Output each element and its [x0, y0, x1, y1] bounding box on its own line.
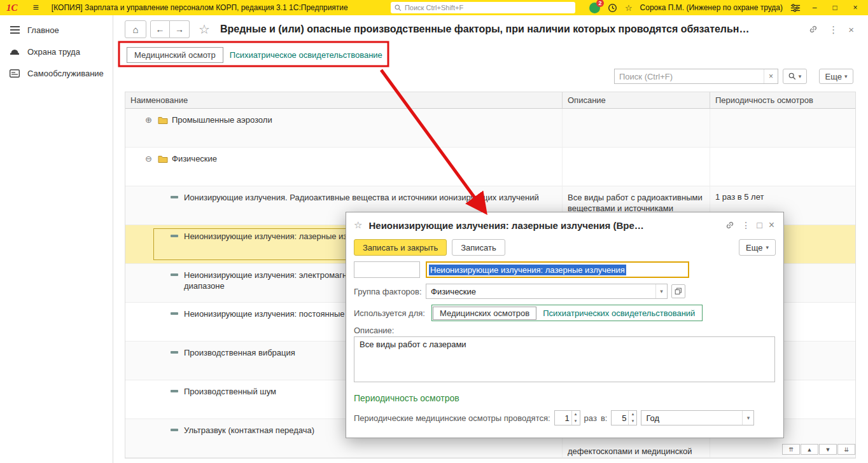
view-switch: Медицинский осмотр Психиатрическое освид… — [127, 46, 382, 63]
name-field-selected-text: Неионизирующие излучения: лазерные излуч… — [429, 265, 626, 275]
settings-sliders-icon[interactable] — [790, 4, 801, 12]
column-header-name[interactable]: Наименование — [125, 92, 563, 108]
page-title: Вредные и (или) опасные производственные… — [220, 24, 750, 35]
form-close-icon[interactable]: × — [848, 25, 854, 34]
search-icon — [395, 4, 402, 11]
spin-up-icon[interactable]: ▴ — [572, 411, 580, 418]
spin-up-icon[interactable]: ▴ — [629, 411, 636, 418]
form-header-icons: ⋮ × — [808, 24, 854, 34]
column-header-periodicity[interactable]: Периодичность осмотров — [710, 92, 855, 108]
window-minimize-button[interactable]: – — [808, 3, 821, 12]
factor-edit-dialog: ☆ Неионизирующие излучения: лазерные изл… — [346, 212, 784, 438]
window-maximize-button[interactable]: □ — [829, 3, 841, 12]
option-medical-examinations[interactable]: Медицинских осмотров — [433, 307, 536, 320]
periodicity-label: Периодические медицинские осмотры провод… — [354, 413, 550, 423]
app-title: [КОПИЯ] Зарплата и управление персоналом… — [52, 3, 348, 12]
used-for-label: Используется для: — [354, 308, 431, 318]
row-label: Неионизирующие излучения: электромагн ди… — [184, 270, 347, 291]
more-vertical-icon[interactable]: ⋮ — [741, 221, 750, 230]
window-close-button[interactable]: × — [849, 3, 862, 12]
link-icon[interactable] — [725, 220, 735, 230]
current-user[interactable]: Сорока П.М. (Инженер по охране труда) — [640, 3, 783, 12]
expand-icon[interactable]: ⊕ — [145, 116, 154, 124]
global-search-input[interactable]: Поиск Ctrl+Shift+F — [391, 2, 575, 13]
chevron-down-icon[interactable]: ▾ — [742, 411, 753, 425]
save-and-close-button[interactable]: Записать и закрыть — [354, 239, 447, 256]
chevron-down-icon[interactable]: ▾ — [655, 284, 667, 298]
row-label: Ионизирующие излучения. Радиоактивные ве… — [184, 192, 539, 203]
notification-badge: 2 — [596, 0, 604, 7]
titlebar: 1С ≡ [КОПИЯ] Зарплата и управление персо… — [0, 0, 868, 15]
item-icon — [171, 273, 178, 276]
more-actions-button[interactable]: Еще ▾ — [819, 69, 853, 84]
sidebar-item-self-service[interactable]: Самообслуживание — [0, 62, 113, 84]
scroll-down-button[interactable]: ▼ — [819, 444, 837, 455]
interval-unit-value: Год — [641, 413, 742, 423]
group-combobox[interactable]: Физические ▾ — [426, 284, 668, 299]
group-label: Группа факторов: — [354, 287, 426, 296]
sidebar-item-main[interactable]: Главное — [0, 19, 113, 41]
hardhat-icon — [9, 48, 20, 56]
table-row[interactable]: ⊖ Физические — [125, 148, 855, 186]
tab-medical-examination[interactable]: Медицинский осмотр — [127, 47, 223, 63]
global-search-placeholder: Поиск Ctrl+Shift+F — [405, 4, 463, 11]
interval-unit-combobox[interactable]: Год ▾ — [641, 410, 754, 425]
open-group-button[interactable] — [671, 284, 685, 298]
interval-stepper[interactable]: 5 ▴ ▾ — [611, 410, 637, 425]
dialog-more-button[interactable]: Еще ▾ — [739, 239, 776, 256]
discussions-icon[interactable]: 2 — [589, 3, 600, 13]
option-psychiatric-examinations[interactable]: Психиатрических освидетельствований — [536, 307, 701, 319]
description-textarea[interactable]: Все виды работ с лазерами — [354, 336, 775, 382]
spin-down-icon[interactable]: ▾ — [572, 418, 580, 425]
save-button[interactable]: Записать — [452, 239, 505, 256]
row-description — [563, 148, 710, 186]
folder-icon — [158, 155, 168, 163]
count-unit-label: раз — [584, 413, 597, 423]
main-menu-icon[interactable]: ≡ — [33, 2, 39, 13]
dialog-title: Неионизирующие излучения: лазерные излуч… — [368, 220, 718, 231]
1c-logo: 1С — [6, 3, 18, 13]
more-vertical-icon[interactable]: ⋮ — [829, 25, 838, 34]
back-button[interactable]: ← — [150, 20, 170, 38]
history-icon[interactable] — [608, 3, 617, 13]
favorite-star-icon[interactable]: ☆ — [354, 219, 362, 231]
spin-down-icon[interactable]: ▾ — [629, 418, 636, 425]
list-toolbar: Поиск (Ctrl+F) × ▾ Еще ▾ — [614, 69, 853, 84]
used-for-switch: Медицинских осмотров Психиатрических осв… — [431, 305, 703, 321]
favorite-star-icon[interactable]: ☆ — [199, 21, 210, 38]
row-periodicity — [710, 148, 855, 186]
clear-search-icon[interactable]: × — [764, 69, 778, 83]
row-label: Производственный шум — [184, 386, 276, 397]
sidebar-item-labor-protection[interactable]: Охрана труда — [0, 41, 113, 62]
scroll-up-button[interactable]: ▲ — [801, 444, 818, 455]
code-field[interactable] — [354, 261, 420, 278]
list-search-input[interactable]: Поиск (Ctrl+F) × — [614, 69, 778, 84]
dialog-maximize-icon[interactable]: □ — [757, 221, 762, 230]
name-field[interactable]: Неионизирующие излучения: лазерные излуч… — [426, 261, 689, 278]
tab-psychiatric-examination[interactable]: Психиатрическое освидетельствование — [230, 50, 382, 60]
scroll-top-button[interactable]: ⇈ — [782, 444, 800, 455]
folder-icon — [158, 116, 168, 124]
forward-button[interactable]: → — [170, 20, 190, 38]
search-options-button[interactable]: ▾ — [783, 69, 807, 84]
collapse-icon[interactable]: ⊖ — [145, 155, 154, 163]
column-header-description[interactable]: Описание — [563, 92, 710, 108]
row-label: Промышленные аэрозоли — [172, 114, 272, 125]
link-icon[interactable] — [808, 24, 818, 34]
dialog-header: ☆ Неионизирующие излучения: лазерные изл… — [346, 212, 783, 238]
history-arrows: ← → — [150, 20, 190, 38]
item-icon — [171, 390, 178, 392]
chevron-down-icon: ▾ — [844, 73, 848, 79]
scroll-bottom-button[interactable]: ⇊ — [837, 444, 855, 455]
card-icon — [9, 69, 20, 78]
group-value: Физические — [426, 287, 655, 296]
sidebar-item-label: Самообслуживание — [27, 69, 104, 78]
count-stepper[interactable]: 1 ▴ ▾ — [554, 410, 580, 425]
dialog-close-icon[interactable]: × — [769, 220, 774, 230]
search-icon — [788, 73, 796, 80]
row-label-line2: диапазоне — [184, 280, 347, 291]
favorites-icon[interactable]: ☆ — [625, 4, 633, 12]
home-button[interactable]: ⌂ — [125, 20, 146, 38]
item-icon — [171, 429, 178, 431]
table-row[interactable]: ⊕ Промышленные аэрозоли — [125, 109, 855, 148]
